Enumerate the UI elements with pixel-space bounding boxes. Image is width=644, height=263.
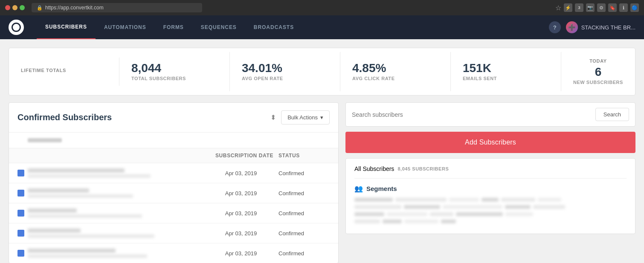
segments-icon: 👥 <box>354 185 363 193</box>
row-checkbox[interactable] <box>17 210 24 217</box>
new-subscribers-label: NEW SUBSCRIBERS <box>573 80 623 85</box>
right-panel: Search Add Subscribers All Subscribers 8… <box>345 102 635 263</box>
segment-bar-row-1[interactable] <box>354 198 627 202</box>
all-subscribers-row[interactable]: All Subscribers 8,045 SUBSCRIBERS <box>354 165 627 179</box>
col-header-date: SUBSCRIPTION DATE <box>210 153 278 159</box>
stats-lifetime: LIFETIME TOTALS <box>9 58 119 86</box>
row-email-blur <box>28 194 133 198</box>
segments-title: Segments <box>366 185 397 192</box>
all-subscribers-label: All Subscribers <box>354 165 394 172</box>
row-name-col <box>28 208 203 218</box>
seg-bar <box>354 220 380 223</box>
row-name-blur <box>28 168 125 173</box>
seg-bar <box>430 212 453 216</box>
nav-links: SUBSCRIBERS AUTOMATIONS FORMS SEQUENCES … <box>37 15 549 39</box>
table-row[interactable]: Apr 03, 2019 Confirmed <box>9 163 338 183</box>
avg-click-rate-value: 4.85% <box>352 62 438 74</box>
seg-bar <box>501 198 535 202</box>
nav-link-broadcasts[interactable]: BROADCASTS <box>245 15 302 39</box>
panel-title: Confirmed Subscribers <box>17 113 265 122</box>
seg-bar <box>404 205 440 209</box>
extension-icon-4[interactable]: ⚙ <box>597 3 606 12</box>
row-checkbox[interactable] <box>17 230 24 237</box>
row-status: Confirmed <box>278 210 330 217</box>
stats-emails-sent: 151K EMAILS SENT <box>451 52 561 91</box>
search-button[interactable]: Search <box>595 108 629 121</box>
extension-icon-5[interactable]: 🔖 <box>608 3 617 12</box>
row-email-blur <box>28 174 151 178</box>
stats-total-subscribers: 8,044 TOTAL SUBSCRIBERS <box>119 52 230 91</box>
account-name: STACKING THE BR... <box>581 24 635 31</box>
bulk-actions-label: Bulk Actions <box>287 114 318 121</box>
extension-icon-6[interactable]: ℹ <box>619 3 628 12</box>
avg-open-rate-label: AVG OPEN RATE <box>242 76 328 81</box>
row-name-col <box>28 168 203 178</box>
segment-bar-row-4[interactable] <box>354 220 627 223</box>
row-date: Apr 03, 2019 <box>207 190 275 197</box>
nav-link-sequences[interactable]: SEQUENCES <box>192 15 245 39</box>
row-email-blur <box>28 254 147 258</box>
segment-bar-row-2[interactable] <box>354 205 627 209</box>
left-panel: Confirmed Subscribers ⬍ Bulk Actions ▾ S… <box>9 102 339 263</box>
lifetime-label: LIFETIME TOTALS <box>21 68 107 73</box>
browser-icons: ☆ ⚡ 3 📷 ⚙ 🔖 ℹ 🔵 <box>555 3 639 12</box>
segment-bar-row-3[interactable] <box>354 212 627 216</box>
seg-bar <box>383 220 402 223</box>
table-row[interactable]: Apr 03, 2019 Confirmed <box>9 243 338 263</box>
row-name-col <box>28 188 203 198</box>
extension-icon-1[interactable]: ⚡ <box>564 3 572 12</box>
seg-bar <box>441 220 456 223</box>
url-text: https://app.convertkit.com <box>45 5 104 11</box>
row-status: Confirmed <box>278 190 330 197</box>
row-checkbox[interactable] <box>17 250 24 257</box>
row-date: Apr 03, 2019 <box>207 210 275 217</box>
account-menu[interactable]: ➕ STACKING THE BR... <box>566 21 635 33</box>
seg-bar <box>395 198 447 202</box>
table-row[interactable]: Apr 03, 2019 Confirmed <box>9 183 338 203</box>
extension-icon-7[interactable]: 🔵 <box>630 3 639 12</box>
row-date: Apr 03, 2019 <box>207 230 275 237</box>
add-subscribers-button[interactable]: Add Subscribers <box>345 132 635 153</box>
star-icon: ☆ <box>555 4 561 12</box>
seg-bar <box>449 198 479 202</box>
help-button[interactable]: ? <box>549 21 561 33</box>
today-label: TODAY <box>573 58 623 64</box>
row-name-col <box>28 249 203 258</box>
segments-header: 👥 Segments <box>354 185 627 193</box>
bulk-actions-button[interactable]: Bulk Actions ▾ <box>281 110 330 124</box>
row-checkbox[interactable] <box>17 170 24 176</box>
row-status: Confirmed <box>278 230 330 237</box>
url-bar[interactable]: 🔒 https://app.convertkit.com <box>32 3 202 12</box>
row-name-blur <box>28 208 77 213</box>
account-avatar: ➕ <box>566 21 578 33</box>
seg-bar <box>456 212 503 216</box>
search-input[interactable] <box>352 111 592 118</box>
row-name-col <box>28 228 203 238</box>
logo[interactable] <box>9 20 24 35</box>
seg-bar <box>538 198 561 202</box>
sort-icon[interactable]: ⬍ <box>270 113 276 121</box>
total-subscribers-label: TOTAL SUBSCRIBERS <box>131 76 218 81</box>
seg-bar <box>443 205 502 209</box>
subscriber-table: Apr 03, 2019 Confirmed Apr 03, 2019 Conf… <box>9 163 338 263</box>
seg-bar <box>505 212 533 216</box>
row-checkbox[interactable] <box>17 190 24 197</box>
row-email-blur <box>28 234 154 238</box>
segments-section: 👥 Segments <box>354 179 627 223</box>
table-row[interactable]: Apr 03, 2019 Confirmed <box>9 223 338 243</box>
nav-right: ? ➕ STACKING THE BR... <box>549 21 635 33</box>
extension-icon-2[interactable]: 3 <box>575 3 583 12</box>
seg-bar <box>482 198 499 202</box>
nav-link-forms[interactable]: FORMS <box>155 15 192 39</box>
extension-icon-3[interactable]: 📷 <box>586 3 595 12</box>
table-row[interactable]: Apr 03, 2019 Confirmed <box>9 203 338 223</box>
nav-link-subscribers[interactable]: SUBSCRIBERS <box>37 15 96 39</box>
col-header-status: STATUS <box>278 153 330 159</box>
row-status: Confirmed <box>278 250 330 257</box>
bulk-actions-chevron-icon: ▾ <box>320 114 323 121</box>
row-name-blur <box>28 188 89 193</box>
nav-link-automations[interactable]: AUTOMATIONS <box>96 15 155 39</box>
left-panel-header: Confirmed Subscribers ⬍ Bulk Actions ▾ <box>9 103 338 133</box>
seg-bar <box>505 205 531 209</box>
seg-bar <box>387 212 427 216</box>
